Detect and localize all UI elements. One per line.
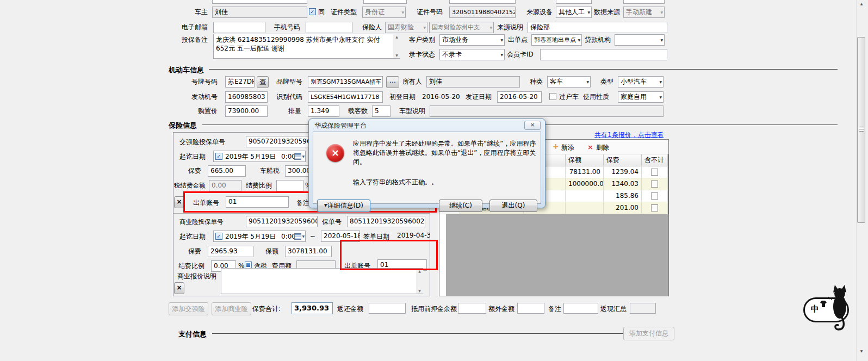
commercial-start-datepicker[interactable]: 2019年 5月19日 0:00 [213, 231, 306, 242]
commercial-premium-input[interactable]: 2965.93 [208, 246, 253, 257]
seats-input[interactable]: 5 [372, 105, 390, 117]
brand-input[interactable]: 别克SGM7135GMAA轿车 [308, 76, 383, 88]
cert-type-select[interactable]: 身份证 [362, 7, 406, 18]
source-device-select[interactable]: 其他人工 [556, 7, 592, 18]
plate-input[interactable]: 苏E27DH1 [225, 76, 255, 88]
refund-label: 返还金额 [337, 305, 363, 313]
error-dialog: 华成保险管理平台 应用程序中发生了未经处理的异常。如果单击“继续”，应用程序将忽… [308, 119, 545, 208]
commercial-policy-input[interactable]: 905112019320596006668 [246, 216, 318, 227]
vertical-scrollbar[interactable] [856, 0, 866, 361]
ime-mode-button[interactable]: 中 [811, 305, 819, 313]
clipped-field[interactable] [449, 0, 516, 4]
cashback-input[interactable] [630, 303, 656, 314]
clipped-field[interactable] [556, 0, 592, 4]
insurer-select[interactable]: 国寿财险 [385, 22, 427, 33]
model-note-input[interactable] [430, 105, 664, 117]
col-amount-header[interactable]: 保额 [566, 154, 604, 166]
textarea-scrollbar[interactable] [416, 269, 423, 294]
scroll-down-icon[interactable] [418, 288, 421, 294]
scroll-down-icon[interactable] [395, 53, 398, 58]
plate-query-button[interactable]: 查 [257, 76, 269, 88]
transfer-checkbox[interactable] [549, 93, 556, 100]
extra-amount-input[interactable] [517, 303, 544, 314]
loan-org-select[interactable] [615, 34, 665, 46]
data-source-select[interactable]: 手动新建 [623, 7, 665, 18]
compulsory-fee-rate-input[interactable] [276, 180, 303, 191]
clipped-field[interactable] [212, 0, 307, 4]
type-label: 类型 [600, 78, 613, 86]
totals-remark-input[interactable] [563, 303, 598, 314]
issue-date-input[interactable]: 2016-05-20 [497, 91, 542, 103]
nodeduct-checkbox[interactable] [651, 192, 658, 200]
quit-button[interactable]: 退出(Q) [489, 200, 537, 212]
compulsory-premium-input[interactable]: 665.00 [208, 165, 246, 177]
add-payment-button[interactable]: 添加支付信息 [623, 327, 674, 340]
nodeduct-checkbox[interactable] [651, 204, 658, 211]
usage-select[interactable]: 家庭自用 [618, 91, 664, 103]
scroll-up-icon[interactable] [395, 34, 398, 40]
dialog-close-button[interactable] [524, 121, 541, 130]
quote-note-textarea[interactable] [221, 268, 423, 294]
cat-icon[interactable] [829, 284, 852, 334]
vehicle-owner-input[interactable]: 刘佳 [426, 76, 520, 88]
customer-type-select[interactable]: 市场业务 [439, 34, 505, 46]
quote-add-button[interactable]: 新添 [561, 144, 574, 152]
type-select[interactable]: 小型汽车 [618, 76, 664, 88]
chevron-down-icon [659, 96, 662, 99]
displacement-label: 排量 [288, 107, 301, 115]
col-nodeduct-header[interactable]: 含不计 [642, 154, 668, 166]
chevron-down-icon[interactable] [302, 235, 305, 238]
add-compulsory-button[interactable]: 添加交强险 [169, 302, 208, 315]
scrollbar-thumb[interactable] [857, 37, 865, 223]
date-enabled-checkbox[interactable] [215, 153, 222, 160]
compulsory-start-datepicker[interactable]: 2019年 5月19日 0:00 [213, 151, 306, 162]
commercial-amount-label: 保额 [265, 247, 278, 256]
add-commercial-button[interactable]: 添加商业险 [212, 302, 251, 315]
email-input[interactable] [213, 22, 265, 33]
annotation-red-box-commercial-account [340, 240, 438, 270]
mobile-input[interactable] [306, 22, 352, 33]
deposit-balance-input[interactable] [458, 303, 486, 314]
clipped-field[interactable] [363, 0, 407, 4]
kind-select[interactable]: 客车 [547, 76, 591, 88]
premium-total-label: 保费合计: [252, 305, 281, 313]
card-status-select[interactable]: 不录卡 [439, 49, 505, 60]
issue-point-select[interactable]: 郭巷基地出单点 [531, 34, 582, 46]
scroll-up-button[interactable] [857, 0, 866, 9]
engine-input[interactable]: 160985803 [225, 91, 268, 103]
nodeduct-checkbox[interactable] [651, 169, 658, 176]
brand-label: 品牌型号 [276, 78, 302, 86]
compulsory-fee-rate-label: 结费比例 [246, 182, 272, 190]
owner-input[interactable]: 刘佳 [212, 7, 307, 18]
vin-input[interactable]: LSGKE54H1GW117718 [308, 91, 383, 103]
quote-summary-link[interactable]: 共有1条报价，点击查看 [594, 131, 664, 139]
col-premium-header[interactable]: 保费 [604, 154, 642, 166]
textarea-scrollbar[interactable] [393, 34, 400, 58]
displacement-input[interactable]: 1.349 [308, 105, 339, 117]
clipped-field[interactable] [623, 0, 665, 4]
quote-delete-button[interactable]: 删除 [596, 144, 609, 152]
insurer-branch-select[interactable]: 国寿财险苏州中支 [429, 22, 494, 33]
tax-fee-input[interactable]: 0.00 [209, 180, 241, 191]
refund-input[interactable] [369, 303, 406, 314]
source-note-label: 来源说明 [497, 23, 523, 32]
commercial-amount-input[interactable]: 3078131.00 [285, 246, 332, 257]
commercial-period-label: 起讫日期 [179, 233, 206, 241]
price-input[interactable]: 73900.00 [225, 105, 268, 117]
compulsory-premium-label: 保费 [188, 167, 201, 175]
insurer-label: 保险人 [362, 23, 382, 32]
date-enabled-checkbox[interactable] [215, 233, 222, 240]
details-button[interactable]: 详细信息(D) [317, 200, 370, 212]
cert-no-input[interactable]: 320501198804021523 [449, 7, 516, 18]
apply-note-textarea[interactable]: 龙庆洪 6214835129990998 苏州市吴中永旺支行 实付652元 五一… [213, 34, 400, 59]
nodeduct-checkbox[interactable] [651, 180, 658, 188]
brand-browse-button[interactable]: … [386, 76, 399, 88]
continue-button[interactable]: 继续(C) [439, 200, 482, 212]
scroll-down-button[interactable] [857, 347, 866, 356]
member-id-input[interactable] [540, 49, 667, 60]
commercial-remove-button[interactable] [174, 282, 184, 294]
chevron-down-icon[interactable] [302, 155, 305, 158]
source-note-input[interactable]: 保险部 [528, 22, 667, 33]
policy-no-input[interactable]: 805112019320596002441 [347, 216, 425, 227]
same-owner-checkbox[interactable] [309, 8, 316, 15]
